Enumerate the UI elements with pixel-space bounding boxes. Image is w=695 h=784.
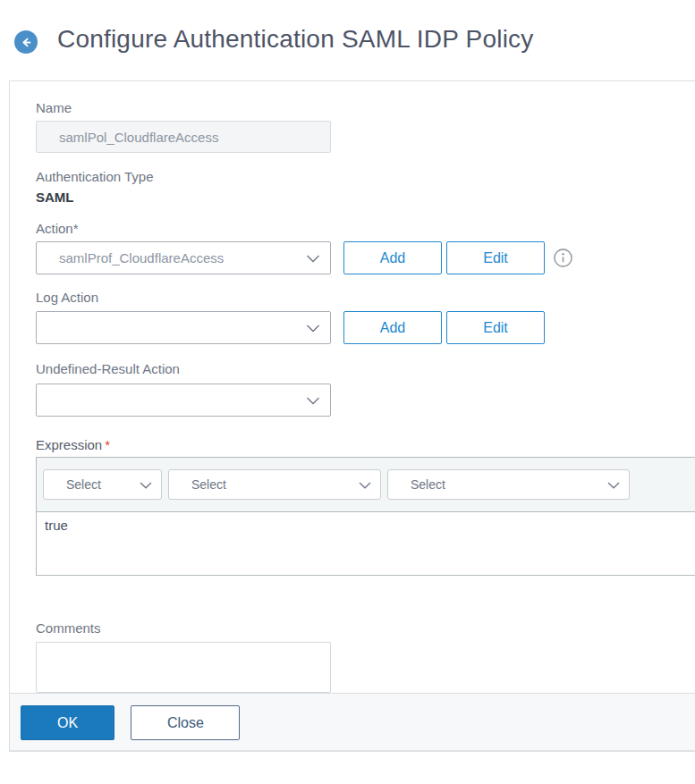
- expression-textarea[interactable]: true: [37, 512, 695, 575]
- form-body: Name Authentication Type SAML Action* sa…: [10, 81, 695, 693]
- page-header: Configure Authentication SAML IDP Policy: [0, 0, 695, 80]
- comments-textarea[interactable]: [36, 642, 331, 693]
- undefined-result-action-label: Undefined-Result Action: [36, 361, 695, 377]
- authentication-type-label: Authentication Type: [36, 169, 695, 185]
- ok-button[interactable]: OK: [21, 705, 114, 740]
- arrow-left-icon: [20, 36, 33, 49]
- expression-select-3-value: Select: [388, 470, 629, 499]
- name-input[interactable]: [36, 121, 331, 153]
- action-add-button[interactable]: Add: [343, 241, 442, 274]
- info-circle-icon[interactable]: [553, 248, 573, 268]
- expression-label-text: Expression: [36, 437, 102, 452]
- form-footer: OK Close: [10, 693, 695, 751]
- chevron-down-icon: [359, 476, 371, 493]
- expression-toolbar: Select Select Select: [37, 458, 695, 512]
- page-title: Configure Authentication SAML IDP Policy: [57, 25, 534, 54]
- comments-label: Comments: [36, 620, 695, 636]
- expression-select-2-value: Select: [169, 470, 380, 499]
- expression-select-1[interactable]: Select: [43, 469, 162, 500]
- action-label: Action*: [36, 221, 695, 237]
- chevron-down-icon: [306, 320, 320, 336]
- chevron-down-icon: [306, 392, 320, 409]
- chevron-down-icon: [306, 250, 320, 266]
- required-asterisk: *: [105, 437, 110, 452]
- expression-select-3[interactable]: Select: [387, 469, 630, 500]
- action-combobox-value: samlProf_CloudflareAccess: [37, 242, 330, 274]
- chevron-down-icon: [607, 476, 620, 493]
- expression-editor: Select Select Select: [36, 457, 695, 576]
- log-action-combobox[interactable]: [36, 311, 331, 344]
- action-combobox[interactable]: samlProf_CloudflareAccess: [36, 241, 331, 274]
- authentication-type-value: SAML: [36, 190, 695, 205]
- action-edit-button[interactable]: Edit: [446, 241, 545, 274]
- chevron-down-icon: [140, 476, 152, 493]
- back-button[interactable]: [14, 30, 38, 54]
- action-row: samlProf_CloudflareAccess Add Edit: [36, 241, 695, 274]
- undefined-result-action-combobox[interactable]: [36, 384, 331, 417]
- name-label: Name: [36, 100, 695, 116]
- close-button[interactable]: Close: [131, 705, 240, 740]
- log-action-add-button[interactable]: Add: [343, 311, 442, 344]
- form-panel: Name Authentication Type SAML Action* sa…: [9, 80, 695, 752]
- expression-label: Expression*: [36, 437, 695, 453]
- log-action-label: Log Action: [36, 290, 695, 306]
- log-action-row: Add Edit: [36, 311, 695, 344]
- expression-select-2[interactable]: Select: [168, 469, 381, 500]
- log-action-edit-button[interactable]: Edit: [446, 311, 545, 344]
